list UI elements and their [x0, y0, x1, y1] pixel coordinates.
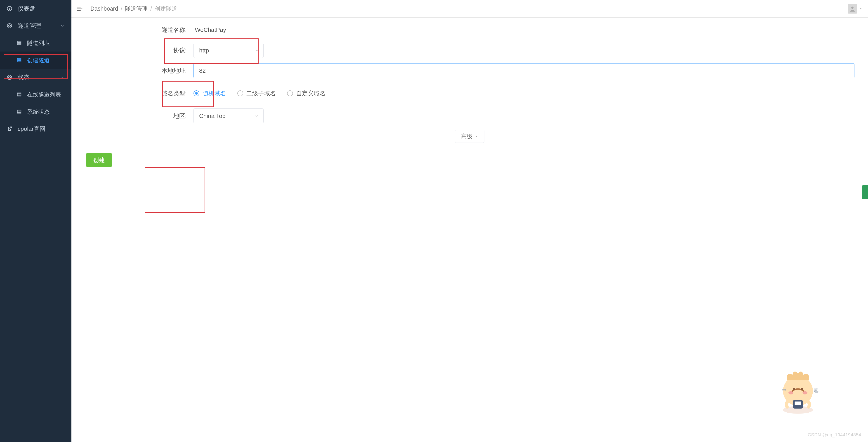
breadcrumb-root[interactable]: Dashboard: [90, 5, 118, 12]
radio-random-domain[interactable]: 随机域名: [193, 90, 226, 97]
breadcrumb-sep: /: [121, 5, 122, 12]
breadcrumb: Dashboard / 隧道管理 / 创建隧道: [90, 5, 177, 12]
svg-rect-12: [18, 94, 21, 95]
label-region: 地区:: [78, 112, 193, 120]
svg-rect-16: [18, 113, 21, 114]
radio-label: 随机域名: [203, 90, 226, 97]
row-domain-type: 域名类型: 随机域名 二级子域名 自定义域名: [78, 81, 861, 106]
svg-rect-14: [18, 110, 21, 111]
sidebar-item-tunnel-list[interactable]: 隧道列表: [0, 34, 71, 52]
row-local-addr: 本地地址:: [78, 61, 861, 81]
radio-icon: [237, 90, 243, 96]
row-advanced: 高级: [78, 126, 861, 147]
region-select[interactable]: China Top: [193, 108, 264, 123]
svg-text:容: 容: [814, 388, 819, 393]
radio-custom-domain[interactable]: 自定义域名: [287, 90, 326, 97]
feedback-tab[interactable]: [862, 185, 868, 199]
sidebar-item-tunnel-mgmt[interactable]: 隧道管理: [0, 17, 71, 34]
sidebar-item-system-status[interactable]: 系统状态: [0, 103, 71, 120]
list-icon: [16, 92, 22, 97]
radio-subdomain[interactable]: 二级子域名: [237, 90, 276, 97]
caret-down-icon[interactable]: [859, 7, 863, 11]
svg-point-9: [7, 75, 12, 80]
watermark: CSDN @qq_1944194854: [808, 432, 861, 438]
annotation-box-create: [145, 167, 205, 213]
list-icon: [16, 40, 22, 46]
svg-rect-8: [18, 61, 21, 62]
label-domain-type: 域名类型:: [78, 90, 193, 97]
sidebar-item-label: cpolar官网: [18, 125, 45, 133]
svg-point-10: [8, 76, 11, 78]
target-icon: [6, 23, 13, 29]
sidebar-item-create-tunnel[interactable]: 创建隧道: [0, 52, 71, 69]
svg-rect-7: [18, 60, 21, 61]
sidebar-item-label: 仪表盘: [18, 5, 35, 13]
label-local-addr: 本地地址:: [78, 67, 193, 75]
dashboard-icon: [6, 5, 13, 12]
list-icon: [16, 109, 22, 115]
topbar: Dashboard / 隧道管理 / 创建隧道: [71, 0, 868, 18]
create-button[interactable]: 创建: [86, 153, 112, 167]
sidebar-item-online-tunnels[interactable]: 在线隧道列表: [0, 86, 71, 103]
sidebar-item-label: 隧道列表: [27, 39, 50, 47]
chevron-down-icon: [60, 75, 65, 80]
svg-point-22: [788, 391, 794, 394]
svg-rect-25: [795, 402, 801, 405]
avatar[interactable]: [848, 4, 857, 13]
radio-icon: [287, 90, 293, 96]
svg-point-2: [8, 25, 11, 27]
advanced-label: 高级: [461, 133, 472, 140]
chevron-down-icon: [60, 24, 65, 28]
svg-point-20: [793, 388, 795, 390]
radio-icon: [193, 90, 199, 96]
label-protocol: 协议:: [78, 46, 193, 55]
region-value: China Top: [199, 113, 225, 120]
menu-toggle-icon[interactable]: [76, 5, 84, 13]
target-icon: [6, 74, 13, 81]
sidebar: 仪表盘 隧道管理 隧道列表 创建隧道: [0, 0, 71, 442]
row-protocol: 协议: http: [78, 40, 861, 61]
svg-point-23: [802, 391, 807, 394]
svg-text:中: 中: [782, 388, 786, 393]
local-addr-input[interactable]: [193, 63, 855, 78]
create-label: 创建: [93, 156, 105, 164]
sidebar-item-label: 系统状态: [27, 108, 50, 116]
external-link-icon: [6, 126, 13, 132]
sidebar-item-cpolar-site[interactable]: cpolar官网: [0, 120, 71, 137]
breadcrumb-sep: /: [150, 5, 152, 12]
svg-point-21: [801, 388, 803, 390]
row-submit: 创建: [78, 153, 861, 167]
mascot-illustration: 中 容: [771, 365, 825, 419]
advanced-toggle-button[interactable]: 高级: [455, 130, 485, 143]
caret-down-icon: [475, 134, 478, 138]
svg-point-17: [851, 6, 854, 9]
sidebar-item-label: 创建隧道: [27, 57, 50, 64]
protocol-value: http: [199, 47, 209, 54]
tunnel-name-input[interactable]: [193, 23, 855, 37]
svg-rect-5: [18, 44, 21, 45]
radio-label: 自定义域名: [296, 90, 326, 97]
sidebar-item-dashboard[interactable]: 仪表盘: [0, 0, 71, 17]
sidebar-item-label: 在线隧道列表: [27, 91, 61, 98]
main: Dashboard / 隧道管理 / 创建隧道 隧道名称:: [71, 0, 868, 442]
row-tunnel-name: 隧道名称:: [78, 20, 861, 40]
list-icon: [16, 57, 22, 63]
form-content: 隧道名称: 协议: http 本地地: [71, 18, 868, 442]
radio-label: 二级子域名: [246, 90, 276, 97]
breadcrumb-second[interactable]: 隧道管理: [125, 5, 148, 12]
svg-rect-3: [18, 41, 21, 42]
protocol-select[interactable]: http: [193, 43, 264, 58]
svg-rect-6: [18, 59, 21, 59]
label-tunnel-name: 隧道名称:: [78, 26, 193, 34]
breadcrumb-current: 创建隧道: [155, 5, 177, 12]
svg-rect-4: [18, 42, 21, 43]
row-region: 地区: China Top: [78, 106, 861, 126]
sidebar-item-status[interactable]: 状态: [0, 69, 71, 86]
sidebar-item-label: 状态: [18, 73, 29, 81]
svg-rect-11: [18, 93, 21, 94]
svg-rect-13: [18, 95, 21, 96]
svg-rect-15: [18, 111, 21, 112]
svg-point-1: [7, 24, 12, 28]
sidebar-item-label: 隧道管理: [18, 22, 41, 30]
